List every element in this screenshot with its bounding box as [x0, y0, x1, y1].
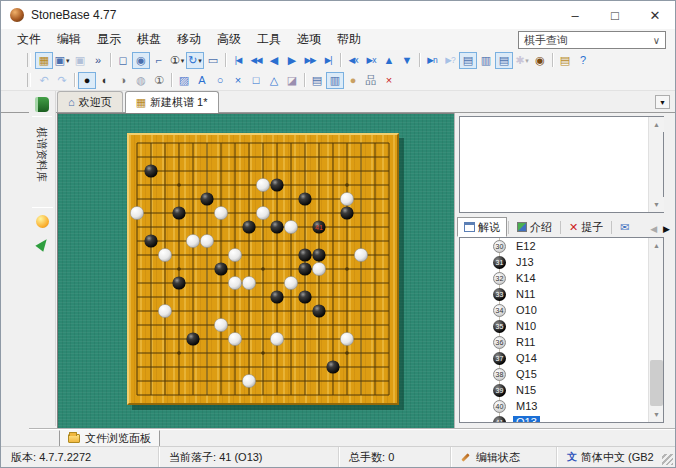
pointer-tool-button[interactable] — [33, 234, 53, 254]
menu-item-0[interactable]: 文件 — [9, 29, 49, 50]
panel-tab-提子[interactable]: ✕提子 — [562, 217, 610, 237]
dropdown-arrow-icon[interactable]: ▾ — [66, 57, 70, 64]
dropdown-arrow-icon[interactable]: ▾ — [181, 57, 185, 64]
nav-last-icon[interactable]: ▶| — [319, 52, 337, 69]
prev-tab-button[interactable]: ◀ — [647, 224, 660, 234]
black-stone-icon[interactable]: ● — [78, 72, 96, 89]
tree-new-branch-icon[interactable]: ▤ — [495, 52, 513, 69]
minimize-button[interactable]: – — [555, 1, 595, 29]
move-list-item-40[interactable]: 40M13 — [460, 398, 648, 414]
nav-next-icon[interactable]: ▶ — [283, 52, 301, 69]
scroll-down-icon[interactable]: ▼ — [649, 407, 664, 422]
mark-x-icon[interactable]: × — [229, 72, 247, 89]
move-list-item-37[interactable]: 37Q14 — [460, 350, 648, 366]
redo-icon[interactable]: ↷ — [53, 72, 71, 89]
variation-up-icon[interactable]: ▲ — [380, 52, 398, 69]
eraser-icon[interactable]: ◪ — [283, 72, 301, 89]
database-panel-button[interactable] — [32, 94, 52, 114]
move-list-item-34[interactable]: 34O10 — [460, 302, 648, 318]
search-globe-icon[interactable]: ◉ — [531, 52, 549, 69]
dropdown-arrow-icon[interactable]: ▾ — [198, 57, 202, 64]
variation-down-icon[interactable]: ▼ — [398, 52, 416, 69]
panel-tab-解说[interactable]: 解说 — [457, 217, 507, 237]
dropdown-arrow-icon[interactable]: ▾ — [525, 57, 529, 64]
panel-float-icon[interactable]: ▤ — [308, 72, 326, 89]
paint-icon[interactable]: ✱▾ — [513, 52, 531, 69]
edit-board-icon[interactable]: ▦ — [35, 52, 53, 69]
variation-next-icon[interactable]: ▶x — [362, 52, 380, 69]
corner-view-icon[interactable]: ⌐ — [150, 52, 168, 69]
panel-tab-介绍[interactable]: 介绍 — [510, 217, 559, 237]
scrollbar-thumb[interactable] — [650, 360, 663, 406]
tab-list-dropdown-button[interactable]: ▼ — [655, 95, 670, 109]
rotate-board-icon[interactable]: ↻▾ — [186, 52, 204, 69]
dock-vertical-tab[interactable]: 棋谱资料库 — [29, 123, 56, 201]
auto-play-icon[interactable]: ▶? — [441, 52, 459, 69]
scroll-up-icon[interactable]: ▲ — [649, 117, 664, 132]
menu-item-6[interactable]: 工具 — [249, 29, 289, 50]
play-n-moves-icon[interactable]: ▶n — [423, 52, 441, 69]
variation-prev-icon[interactable]: ◀x — [344, 52, 362, 69]
next-tab-button[interactable]: ▶ — [660, 224, 673, 234]
move-list-item-33[interactable]: 33N11 — [460, 286, 648, 302]
trial-stones-icon[interactable]: ◍ — [132, 72, 150, 89]
save-as-icon[interactable]: ▣ — [71, 52, 89, 69]
help-icon[interactable]: ? — [574, 52, 592, 69]
mark-triangle-icon[interactable]: △ — [265, 72, 283, 89]
nav-fwd10-icon[interactable]: ▶▶ — [301, 52, 319, 69]
menu-item-5[interactable]: 高级 — [209, 29, 249, 50]
menu-item-4[interactable]: 移动 — [169, 29, 209, 50]
stone-tool-button[interactable] — [33, 211, 53, 231]
move-list-scrollbar[interactable]: ▲ ▼ — [648, 238, 663, 422]
alternate-stone-icon[interactable]: ◐ — [96, 72, 114, 89]
nav-back10-icon[interactable]: ◀◀ — [247, 52, 265, 69]
move-list-item-32[interactable]: 32K14 — [460, 270, 648, 286]
delete-node-icon[interactable]: × — [380, 72, 398, 89]
hand-stone-icon[interactable]: ● — [344, 72, 362, 89]
coordinates-toggle-icon[interactable]: ◉ — [132, 52, 150, 69]
move-list-item-36[interactable]: 36R11 — [460, 334, 648, 350]
tree-view-icon[interactable]: 品 — [362, 72, 380, 89]
save-icon[interactable]: ▣▾ — [53, 52, 71, 69]
toolbar-overflow-chevron[interactable]: » — [89, 52, 107, 69]
numbered-stone-icon[interactable]: ① — [150, 72, 168, 89]
go-board[interactable]: 41 — [127, 133, 399, 405]
move-list-item-41[interactable]: 41O13 — [460, 414, 648, 422]
menu-item-3[interactable]: 棋盘 — [129, 29, 169, 50]
player-search-combobox[interactable]: 棋手查询 ∨ — [518, 31, 666, 49]
label-a-icon[interactable]: A — [193, 72, 211, 89]
resize-grip[interactable] — [662, 454, 673, 465]
scroll-down-icon[interactable]: ▼ — [649, 197, 664, 212]
move-list-item-39[interactable]: 39N15 — [460, 382, 648, 398]
go-board-grid[interactable]: 41 — [129, 135, 397, 403]
move-list-item-30[interactable]: 30E12 — [460, 238, 648, 254]
document-tab-1[interactable]: ▦新建棋谱 1* — [125, 91, 219, 113]
move-list[interactable]: 30E1231J1332K1433N1134O1035N1036R1137Q14… — [459, 237, 664, 423]
move-list-item-35[interactable]: 35N10 — [460, 318, 648, 334]
move-list-item-31[interactable]: 31J13 — [460, 254, 648, 270]
menu-item-7[interactable]: 选项 — [289, 29, 329, 50]
panel-dock-icon[interactable]: ▥ — [326, 72, 344, 89]
document-tab-0[interactable]: ⌂欢迎页 — [57, 91, 123, 112]
mark-circle-icon[interactable]: ○ — [211, 72, 229, 89]
tree-panel-icon[interactable]: ▤ — [459, 52, 477, 69]
board-display-icon[interactable]: ◻ — [114, 52, 132, 69]
menu-item-2[interactable]: 显示 — [89, 29, 129, 50]
undo-icon[interactable]: ↶ — [35, 72, 53, 89]
properties-icon[interactable]: ▤ — [556, 52, 574, 69]
close-button[interactable]: ✕ — [635, 1, 675, 29]
white-stone-icon[interactable]: ◑ — [114, 72, 132, 89]
tree-layout-icon[interactable]: ▥ — [477, 52, 495, 69]
file-browser-panel-tab[interactable]: 文件浏览面板 — [59, 430, 160, 447]
panel-tab-mail[interactable]: ✉ — [613, 217, 639, 237]
comment-box[interactable]: ▲ ▼ — [459, 116, 664, 213]
zoom-region-icon[interactable]: ▭ — [204, 52, 222, 69]
move-list-item-38[interactable]: 38Q15 — [460, 366, 648, 382]
maximize-button[interactable]: □ — [595, 1, 635, 29]
menu-item-8[interactable]: 帮助 — [329, 29, 369, 50]
select-region-icon[interactable]: ▨ — [175, 72, 193, 89]
chevron-down-icon[interactable]: ∨ — [653, 35, 660, 46]
menu-item-1[interactable]: 编辑 — [49, 29, 89, 50]
nav-prev-icon[interactable]: ◀ — [265, 52, 283, 69]
nav-first-icon[interactable]: |◀ — [229, 52, 247, 69]
